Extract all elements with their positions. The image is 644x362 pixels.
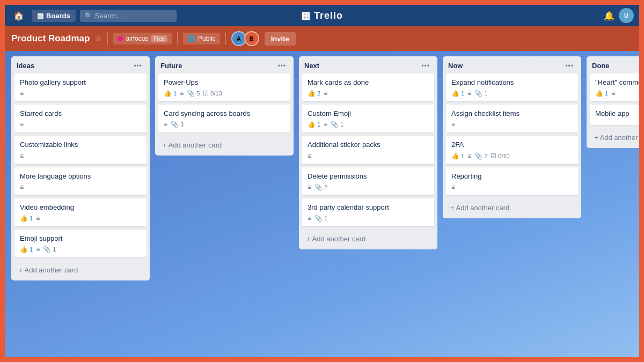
card[interactable]: Reporting≡ [446,167,578,195]
badge-count: 5 [196,90,200,97]
add-card-button-now[interactable]: + Add another card [446,201,578,215]
search-input[interactable] [80,10,177,22]
card[interactable]: 2FA👍1≡📎2☑0/10 [446,136,578,164]
card-title: Power-Ups [164,78,285,87]
card[interactable]: Expand notifications👍1≡📎1 [446,73,578,101]
card[interactable]: Mark cards as done👍2≡ [302,73,434,101]
badge-desc: ≡ [180,90,184,97]
list-cards-ideas: Photo gallery support≡Starred cards≡Cust… [11,73,150,261]
card-title: Delete permissions [308,172,429,181]
add-card-button-next[interactable]: + Add another card [302,232,434,246]
badge-icon-desc: ≡ [180,90,184,97]
home-button[interactable]: 🏠 [10,9,27,23]
badge-count: 1 [173,90,177,97]
card[interactable]: Delete permissions≡📎2 [302,167,434,195]
card[interactable]: Emoji support👍1≡📎1 [14,230,147,257]
badge-icon-vote: 👍 [451,152,459,160]
badge-count: 0/13 [210,90,222,97]
search-wrapper: 🔍 [80,10,177,22]
add-card-button-done[interactable]: + Add another ca… [590,130,639,145]
list-cards-next: Mark cards as done👍2≡Custom Emoji👍1≡📎1Ad… [299,73,437,230]
list-footer-future: + Add another card [155,136,294,156]
notifications-button[interactable]: 🔔 [604,11,614,21]
badge-icon-attach: 📎 [171,121,179,128]
badge-icon-attach: 📎 [187,90,195,97]
badge-icon-desc: ≡ [324,90,327,97]
badge-vote: 👍1 [451,90,464,97]
badge-icon-desc: ≡ [451,121,455,128]
badge-icon-attach: 📎 [314,183,323,191]
badge-icon-desc: ≡ [164,121,167,128]
card-title: Photo gallery support [20,78,141,87]
badge-desc: ≡ [451,121,455,128]
card-badges: ≡ [20,183,141,191]
add-card-button-ideas[interactable]: + Add another card [14,263,147,277]
card-title: Mobile app [595,109,639,119]
list-menu-button-future[interactable] [275,61,288,70]
boards-button[interactable]: ▦ Boards [32,10,76,22]
list-title-done: Done [592,62,610,70]
avatar-initials: U [624,12,628,19]
badge-icon-desc: ≡ [611,90,615,97]
card[interactable]: More language options≡ [14,167,147,195]
badge-attach: 📎1 [314,215,327,222]
badge-desc: ≡ [36,246,40,253]
card[interactable]: 3rd party calendar support≡📎1 [302,198,434,226]
member-avatar-2[interactable]: B [244,31,259,46]
card-badges: ≡📎1 [308,215,429,222]
list-menu-button-now[interactable] [563,61,576,70]
add-card-button-future[interactable]: + Add another card [158,138,290,152]
list-footer-now: + Add another card [443,198,581,218]
card[interactable]: Starred cards≡ [14,105,147,132]
badge-desc: ≡ [36,215,40,222]
card[interactable]: Custom Emoji👍1≡📎1 [302,105,434,132]
badge-icon-desc: ≡ [20,152,24,160]
list-menu-button-next[interactable] [419,61,432,70]
badge-desc: ≡ [308,183,311,191]
ellipsis-icon [134,61,142,70]
card[interactable]: "Heart" comment👍1≡ [590,73,639,101]
card-title: More language options [20,172,141,181]
list-footer-done: + Add another ca… [587,128,639,148]
user-avatar-button[interactable]: U [619,8,634,23]
star-button[interactable]: ☆ [95,34,102,43]
badge-desc: ≡ [324,121,327,128]
badge-vote: 👍1 [20,215,33,222]
badge-count: 1 [53,246,56,253]
visibility-icon: 🌐 [187,35,195,42]
badge-icon-desc: ≡ [308,215,311,222]
badge-vote: 👍1 [308,121,320,128]
boards-icon: ▦ [37,12,43,20]
badge-desc: ≡ [308,152,311,160]
badge-count: 1 [317,121,320,128]
card[interactable]: Mobile app [590,105,639,125]
list-menu-button-ideas[interactable] [131,61,144,70]
badge-attach: 📎2 [474,152,487,160]
card[interactable]: Power-Ups👍1≡📎5☑0/13 [158,73,290,101]
badge-desc: ≡ [467,152,471,160]
card-badges: 👍2≡ [308,90,429,97]
logo-icon: ▦ [301,10,311,21]
card[interactable]: Additional sticker packs≡ [302,136,434,164]
card-badges: 👍1≡📎5☑0/13 [164,90,285,97]
badge-icon-desc: ≡ [324,121,327,128]
badge-count: 1 [484,90,487,97]
card[interactable]: Card syncing across boards≡📎3 [158,105,290,132]
invite-button[interactable]: Invite [265,32,296,46]
badge-desc: ≡ [164,121,167,128]
list-header-ideas: Ideas [11,56,150,73]
board-title[interactable]: Product Roadmap [11,33,90,44]
card[interactable]: Customizable links≡ [14,136,147,164]
card[interactable]: Assign checklist items≡ [446,105,578,132]
card-badges: ≡ [20,121,141,128]
visibility-button[interactable]: 🌐 Public [183,33,220,45]
badge-attach: 📎2 [314,183,327,191]
badge-desc: ≡ [611,90,615,97]
team-button[interactable]: airfocus Free [113,33,172,45]
list-future: FuturePower-Ups👍1≡📎5☑0/13Card syncing ac… [155,56,294,156]
card[interactable]: Photo gallery support≡ [14,73,147,101]
badge-desc: ≡ [324,90,327,97]
badge-icon-checklist: ☑ [491,152,496,160]
badge-desc: ≡ [20,183,24,191]
card[interactable]: Video embedding👍1≡ [14,198,147,226]
